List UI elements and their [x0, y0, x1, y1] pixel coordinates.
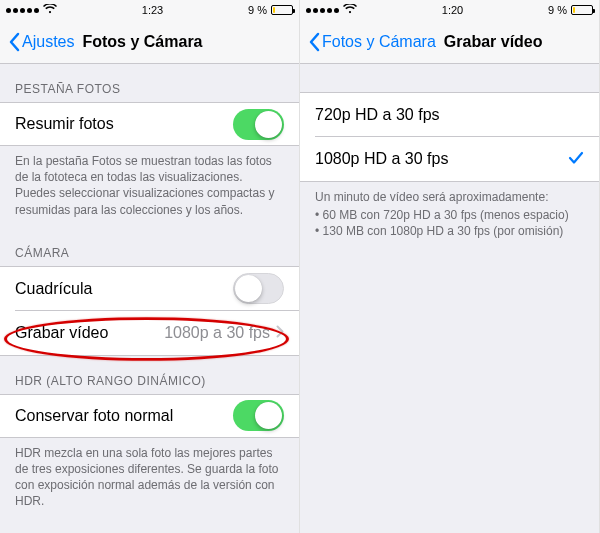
row-label: Resumir fotos [15, 115, 233, 133]
back-button[interactable]: Ajustes [22, 33, 74, 51]
wifi-icon [43, 4, 57, 16]
row-label: Cuadrícula [15, 280, 233, 298]
option-label: 720p HD a 30 fps [315, 106, 584, 124]
chevron-right-icon [276, 324, 284, 342]
status-time: 1:20 [442, 4, 463, 16]
back-button[interactable]: Fotos y Cámara [322, 33, 436, 51]
screen-grabar-video: 1:20 9 % Fotos y Cámara Grabar vídeo 720… [300, 0, 600, 533]
footer-hdr: HDR mezcla en una sola foto las mejores … [0, 438, 299, 520]
footer-item: 130 MB con 1080p HD a 30 fps (por omisió… [315, 223, 584, 239]
section-header-hdr: HDR (ALTO RANGO DINÁMICO) [0, 356, 299, 394]
back-chevron-icon[interactable] [308, 32, 320, 52]
option-1080p[interactable]: 1080p HD a 30 fps [300, 137, 599, 181]
signal-dots-icon [306, 8, 339, 13]
row-conservar-foto-normal[interactable]: Conservar foto normal [0, 394, 299, 438]
row-resumir-fotos[interactable]: Resumir fotos [0, 102, 299, 146]
nav-title: Grabar vídeo [444, 33, 543, 51]
row-grabar-video[interactable]: Grabar vídeo 1080p a 30 fps [0, 311, 299, 355]
option-label: 1080p HD a 30 fps [315, 150, 568, 168]
switch-cuadricula[interactable] [233, 273, 284, 304]
battery-percent: 9 % [548, 4, 567, 16]
row-label: Grabar vídeo [15, 324, 164, 342]
screen-photos-camera-settings: 1:23 9 % Ajustes Fotos y Cámara PESTAÑA … [0, 0, 300, 533]
nav-title: Fotos y Cámara [82, 33, 202, 51]
battery-icon [571, 5, 593, 15]
switch-conservar-foto[interactable] [233, 400, 284, 431]
back-chevron-icon[interactable] [8, 32, 20, 52]
footer-item: 60 MB con 720p HD a 30 fps (menos espaci… [315, 207, 584, 223]
section-header-fotos: PESTAÑA FOTOS [0, 64, 299, 102]
row-cuadricula[interactable]: Cuadrícula [0, 267, 299, 311]
checkmark-icon [568, 149, 584, 170]
signal-dots-icon [6, 8, 39, 13]
nav-bar: Ajustes Fotos y Cámara [0, 20, 299, 64]
status-time: 1:23 [142, 4, 163, 16]
battery-percent: 9 % [248, 4, 267, 16]
footer-fotos: En la pestaña Fotos se muestran todas la… [0, 146, 299, 228]
status-bar: 1:20 9 % [300, 0, 599, 20]
status-bar: 1:23 9 % [0, 0, 299, 20]
row-label: Conservar foto normal [15, 407, 233, 425]
switch-resumir-fotos[interactable] [233, 109, 284, 140]
wifi-icon [343, 4, 357, 16]
option-720p[interactable]: 720p HD a 30 fps [300, 93, 599, 137]
footer-intro: Un minuto de vídeo será aproximadamente: [315, 190, 548, 204]
footer-grabar: Un minuto de vídeo será aproximadamente:… [300, 182, 599, 250]
nav-bar: Fotos y Cámara Grabar vídeo [300, 20, 599, 64]
row-value: 1080p a 30 fps [164, 324, 270, 342]
battery-icon [271, 5, 293, 15]
section-header-camara: CÁMARA [0, 228, 299, 266]
